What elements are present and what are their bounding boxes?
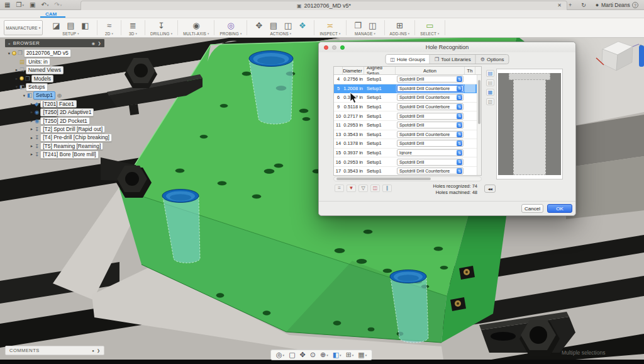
new-tab-icon[interactable]: + bbox=[569, 3, 572, 8]
user-name[interactable]: Marti Deans bbox=[601, 2, 630, 8]
task-manager-icon[interactable]: ◫ bbox=[366, 20, 379, 31]
stepper-icon[interactable]: ⇅ bbox=[457, 150, 462, 156]
zoom-window-icon[interactable]: ⊕ ▾ bbox=[320, 351, 328, 358]
close-window-icon[interactable] bbox=[324, 45, 328, 50]
sync-icon[interactable]: ↻ bbox=[581, 3, 586, 8]
tree-item-label[interactable]: [T241] Bore [Bore mill] bbox=[40, 151, 99, 159]
browser-tree-item[interactable]: ▤ Units: in bbox=[5, 57, 131, 65]
pan-icon[interactable]: ✥ bbox=[300, 351, 306, 358]
action-select[interactable]: Spotdrill Drill ⇅ bbox=[397, 140, 464, 147]
multi-axis-icon[interactable]: ◉ bbox=[189, 20, 203, 31]
simulate-icon[interactable]: ◫ bbox=[281, 20, 294, 31]
orbit-icon[interactable]: ◎ ▾ bbox=[276, 351, 284, 358]
action-select[interactable]: Spotdrill Drill ⇅ bbox=[397, 76, 464, 82]
job-status-icon[interactable]: ● bbox=[596, 3, 599, 8]
tree-item-label[interactable]: [T201] Face1 bbox=[40, 100, 77, 108]
toolbar-group-label[interactable]: PROBING ▾ bbox=[219, 31, 242, 36]
toolbar-group-label[interactable]: 2D ▾ bbox=[105, 31, 113, 36]
generate-toolpath-icon[interactable]: ❖ bbox=[296, 20, 309, 31]
browser-tree-item[interactable]: ▾ ◧ Setup1 ◎ bbox=[5, 91, 131, 100]
action-select[interactable]: Spotdrill Drill Counterbore ⇅ bbox=[397, 85, 464, 92]
comments-bar[interactable]: COMMENTS ● ❯ bbox=[5, 346, 104, 355]
stepper-icon[interactable]: ⇅ bbox=[457, 168, 462, 174]
toolbar-group-label[interactable]: ACTIONS ▾ bbox=[270, 31, 291, 36]
gcode-setup-icon[interactable]: ▤ bbox=[64, 20, 77, 31]
measure-icon[interactable]: ≍ bbox=[323, 20, 336, 31]
close-tab-icon[interactable]: ✕ bbox=[557, 3, 562, 8]
stepper-icon[interactable]: ⇅ bbox=[457, 132, 462, 137]
grid-settings-icon[interactable]: ⊞ ▾ bbox=[346, 351, 354, 358]
col-action[interactable]: Action bbox=[396, 67, 465, 74]
expander-icon[interactable]: ▾ bbox=[6, 51, 12, 56]
browser-tree-item[interactable]: ▸ ❐ Named Views bbox=[5, 66, 131, 74]
browser-tree-item[interactable]: ▸ ◉ [T250] 2D Pocket1 bbox=[5, 117, 131, 125]
group-holes-icon[interactable]: ≡ bbox=[335, 185, 344, 192]
save-icon[interactable]: ▣ bbox=[30, 2, 35, 8]
toolbar-group-label[interactable]: DRILLING ▾ bbox=[150, 31, 172, 36]
expander-icon[interactable]: ▸ bbox=[29, 144, 35, 149]
browser-tree-item[interactable]: ▸ ↧ [T2] Spot Drill [Rapid out] bbox=[5, 125, 131, 134]
tree-item-label[interactable]: [T250] 2D Adaptive1 bbox=[40, 108, 94, 117]
toolbar-group-label[interactable]: INSPECT ▾ bbox=[319, 31, 340, 36]
tree-item-label[interactable]: Setups bbox=[26, 83, 47, 91]
dialog-title-bar[interactable]: Hole Recognition bbox=[319, 42, 575, 52]
expander-icon[interactable]: ▸ bbox=[29, 110, 35, 115]
stepper-icon[interactable]: ⇅ bbox=[457, 76, 462, 82]
filter-active-icon[interactable]: ▼ bbox=[347, 185, 356, 192]
section-view-icon[interactable]: ▧ bbox=[486, 98, 494, 105]
zoom-icon[interactable]: ⊙ bbox=[310, 351, 316, 358]
document-tab[interactable]: ▣ 20120706_MD v5* ✕ bbox=[80, 1, 567, 10]
table-row[interactable]: 16 0.2953 in Setup1 Spotdrill Drill ⇅ bbox=[334, 157, 481, 167]
action-select[interactable]: Spotdrill Drill ⇅ bbox=[397, 159, 464, 166]
table-row[interactable]: 13 0.3543 in Setup1 Spotdrill Drill Coun… bbox=[334, 130, 481, 140]
zoom-window-icon[interactable] bbox=[340, 45, 345, 50]
tree-item-label[interactable]: 20120706_MD v5 bbox=[24, 49, 71, 57]
action-select[interactable]: Ignore ⇅ bbox=[397, 149, 464, 156]
stepper-icon[interactable]: ⇅ bbox=[457, 113, 462, 119]
stepper-icon[interactable]: ⇅ bbox=[457, 94, 462, 100]
list-view-icon[interactable]: ▦ bbox=[486, 89, 494, 96]
statistics-icon[interactable]: ∥ bbox=[382, 185, 392, 192]
probing-icon[interactable]: ◎ bbox=[224, 20, 237, 31]
app-grid-icon[interactable]: ▦ bbox=[4, 2, 10, 8]
image-view-icon[interactable]: ▤ bbox=[486, 79, 494, 86]
collapse-panel-icon[interactable]: « bbox=[8, 42, 11, 45]
toolbar-group-label[interactable]: 3D ▾ bbox=[129, 31, 137, 36]
tree-item-label[interactable]: [T4] Pre-drill [Chip breaking] bbox=[40, 134, 112, 142]
setup-sheet-icon[interactable]: ▤ bbox=[267, 20, 280, 31]
table-row[interactable]: 4 0.2756 in Setup1 Spotdrill Drill ⇅ bbox=[334, 75, 481, 84]
expander-icon[interactable]: ▾ bbox=[14, 84, 19, 89]
horizontal-scrollbar[interactable] bbox=[333, 176, 482, 181]
action-select[interactable]: Spotdrill Drill Counterbore ⇅ bbox=[397, 103, 464, 110]
stepper-icon[interactable]: ⇅ bbox=[457, 104, 462, 110]
visibility-bulb-icon[interactable] bbox=[12, 51, 16, 55]
help-icon[interactable]: ? bbox=[632, 2, 638, 8]
viewports-icon[interactable]: ▦ ▾ bbox=[358, 351, 367, 358]
post-process-icon[interactable]: ✥ bbox=[252, 20, 265, 31]
file-menu-icon[interactable]: ❐ ▾ bbox=[16, 2, 23, 8]
toolbar-group-label[interactable]: SETUP ▾ bbox=[62, 31, 79, 36]
dialog-tab[interactable]: ⚙ Options bbox=[476, 55, 509, 64]
table-row[interactable]: 17 0.3543 in Setup1 Spotdrill Drill Coun… bbox=[334, 167, 481, 176]
dialog-tab[interactable]: ❐ Tool Libraries bbox=[430, 55, 476, 64]
tree-item-label[interactable]: Units: in bbox=[26, 58, 50, 66]
expander-icon[interactable]: ▸ bbox=[29, 152, 35, 157]
browser-tree-item[interactable]: ▸ ◆ [T201] Face1 bbox=[5, 100, 131, 108]
display-settings-icon[interactable]: ◧ ▾ bbox=[333, 351, 341, 358]
table-row[interactable]: 11 0.2953 in Setup1 Spotdrill Drill ⇅ bbox=[334, 121, 481, 130]
tool-library-icon[interactable]: ❐ bbox=[352, 20, 365, 31]
table-row[interactable]: 14 0.1378 in Setup1 Spotdrill Drill ⇅ bbox=[334, 139, 481, 149]
expander-icon[interactable]: ▾ bbox=[21, 93, 27, 98]
drilling-icon[interactable]: ↧ bbox=[155, 20, 168, 31]
tree-item-label[interactable]: [T5] Reaming [Reaming] bbox=[40, 142, 103, 151]
toolbar-group-label[interactable]: MULTI-AXIS ▾ bbox=[183, 31, 209, 36]
toolbar-group-label[interactable]: MANAGE ▾ bbox=[355, 31, 375, 36]
action-select[interactable]: Spotdrill Drill ⇅ bbox=[397, 113, 464, 120]
table-view-icon[interactable]: ▤ bbox=[486, 70, 494, 77]
browser-tree-item[interactable]: ▸ ↧ [T4] Pre-drill [Chip breaking] bbox=[5, 134, 131, 142]
action-select[interactable]: Spotdrill Drill Counterbore ⇅ bbox=[397, 94, 464, 101]
expander-icon[interactable]: ▸ bbox=[14, 76, 19, 81]
look-at-icon[interactable]: ▢ bbox=[289, 351, 295, 358]
col-diameter[interactable]: Diameter bbox=[343, 67, 364, 74]
stepper-icon[interactable]: ⇅ bbox=[457, 86, 462, 91]
